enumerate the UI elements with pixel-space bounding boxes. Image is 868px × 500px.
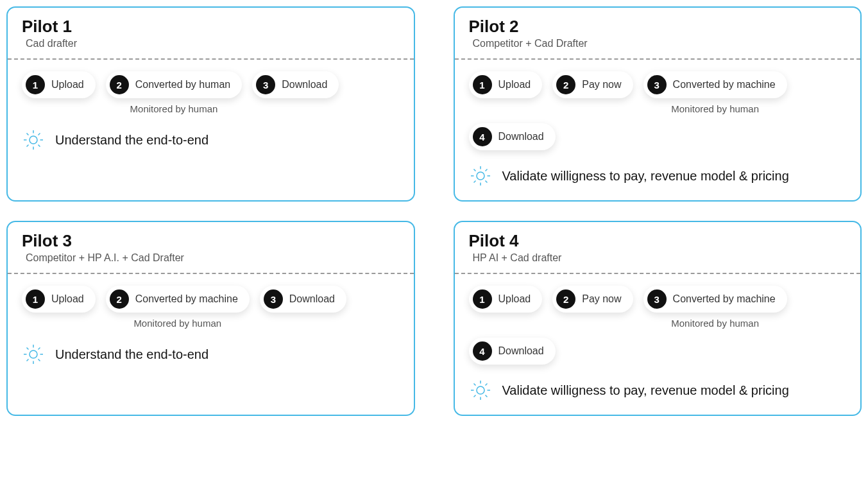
step-label: Upload	[51, 79, 84, 91]
step-pill: 3 Download	[260, 286, 346, 313]
step-number: 4	[473, 341, 492, 361]
step: 3 Converted by machine Monitored by huma…	[643, 286, 787, 329]
step-pill: 2 Converted by machine	[106, 286, 250, 313]
card-title: Pilot 2	[469, 17, 847, 37]
insight-row: Validate willigness to pay, revenue mode…	[469, 379, 847, 402]
step-pill: 1 Upload	[469, 71, 543, 98]
svg-line-8	[38, 134, 40, 135]
svg-line-16	[473, 181, 475, 183]
card-subtitle: Cad drafter	[22, 38, 400, 49]
svg-line-35	[485, 384, 487, 386]
step-pill: 2 Pay now	[552, 286, 633, 313]
steps-row: 1 Upload 2 Converted by human Monitored …	[22, 71, 400, 114]
divider	[455, 58, 861, 60]
step-note: Monitored by human	[133, 318, 221, 329]
lightbulb-icon	[22, 343, 45, 366]
step-pill: 1 Upload	[469, 286, 543, 313]
card-subtitle: HP AI + Cad drafter	[469, 252, 847, 264]
step-number: 3	[256, 75, 275, 94]
step-label: Converted by machine	[673, 79, 776, 91]
step-number: 1	[26, 289, 45, 309]
steps-row: 1 Upload 2 Pay now 3 Converted by machin…	[469, 71, 847, 150]
lightbulb-icon	[469, 164, 492, 187]
step-number: 3	[264, 289, 283, 309]
step-label: Pay now	[582, 79, 621, 91]
pilot-grid: Pilot 1 Cad drafter 1 Upload 2 Converted…	[6, 6, 862, 416]
insight-text: Understand the end-to-end	[55, 347, 208, 363]
step-number: 4	[473, 127, 492, 146]
pilot-card-4: Pilot 4 HP AI + Cad drafter 1 Upload 2 P…	[454, 221, 862, 416]
lightbulb-icon	[469, 379, 492, 402]
step: 4 Download	[469, 123, 556, 150]
step: 1 Upload	[469, 71, 543, 98]
step-pill: 3 Converted by machine	[643, 286, 787, 313]
step-pill: 3 Converted by machine	[643, 71, 787, 98]
step-label: Converted by machine	[135, 293, 238, 305]
step: 1 Upload	[22, 286, 96, 313]
svg-line-14	[473, 169, 475, 171]
step-number: 2	[110, 289, 129, 309]
divider	[455, 273, 861, 274]
step-label: Pay now	[582, 293, 621, 305]
svg-line-33	[485, 395, 487, 397]
step-number: 2	[556, 289, 575, 309]
step-number: 2	[110, 75, 129, 94]
step-pill: 3 Download	[252, 71, 339, 98]
step-label: Converted by machine	[673, 293, 776, 305]
step-note: Monitored by human	[130, 103, 218, 114]
step: 2 Converted by human Monitored by human	[106, 71, 243, 114]
card-title: Pilot 3	[22, 231, 400, 251]
insight-row: Validate willigness to pay, revenue mode…	[469, 164, 847, 187]
insight-text: Understand the end-to-end	[55, 132, 208, 148]
svg-line-25	[27, 359, 29, 361]
step-pill: 2 Converted by human	[106, 71, 243, 98]
svg-line-26	[38, 348, 40, 350]
step-label: Download	[498, 131, 544, 142]
step: 4 Download	[469, 338, 556, 365]
svg-point-27	[477, 386, 484, 394]
svg-point-0	[30, 136, 37, 144]
step-label: Download	[282, 79, 327, 91]
step-number: 1	[473, 75, 492, 94]
step: 3 Download	[260, 286, 346, 313]
step-label: Converted by human	[135, 79, 231, 91]
step: 1 Upload	[469, 286, 543, 313]
svg-line-34	[473, 395, 475, 397]
insight-text: Validate willigness to pay, revenue mode…	[502, 168, 789, 184]
card-subtitle: Competitor + HP A.I. + Cad Drafter	[22, 252, 400, 264]
svg-line-15	[485, 181, 487, 183]
svg-line-6	[38, 145, 40, 147]
step: 2 Pay now	[552, 71, 633, 98]
step-pill: 1 Upload	[22, 71, 96, 98]
step-note: Monitored by human	[671, 103, 759, 114]
insight-row: Understand the end-to-end	[22, 343, 400, 366]
pilot-card-1: Pilot 1 Cad drafter 1 Upload 2 Converted…	[6, 6, 415, 202]
step-number: 1	[473, 289, 492, 309]
step-label: Upload	[498, 79, 531, 91]
svg-line-24	[38, 359, 40, 361]
lightbulb-icon	[22, 128, 45, 151]
step: 3 Download	[252, 71, 339, 98]
pilot-card-2: Pilot 2 Competitor + Cad Drafter 1 Uploa…	[454, 6, 862, 202]
card-subtitle: Competitor + Cad Drafter	[469, 38, 847, 49]
svg-line-17	[485, 169, 487, 171]
step-label: Download	[289, 293, 335, 305]
step-note: Monitored by human	[671, 318, 759, 329]
step-number: 2	[556, 75, 575, 94]
step-number: 1	[26, 75, 45, 94]
step-pill: 2 Pay now	[552, 71, 633, 98]
step: 2 Converted by machine Monitored by huma…	[106, 286, 250, 329]
steps-row: 1 Upload 2 Pay now 3 Converted by machin…	[469, 286, 847, 365]
steps-row: 1 Upload 2 Converted by machine Monitore…	[22, 286, 400, 329]
step: 3 Converted by machine Monitored by huma…	[643, 71, 787, 114]
svg-line-23	[27, 348, 29, 350]
card-title: Pilot 4	[469, 231, 847, 251]
step-pill: 1 Upload	[22, 286, 96, 313]
step-pill: 4 Download	[469, 338, 556, 365]
step-label: Upload	[498, 293, 531, 305]
step-label: Download	[498, 345, 544, 357]
svg-line-5	[27, 134, 29, 135]
step: 1 Upload	[22, 71, 96, 98]
step-number: 3	[647, 289, 667, 309]
step-pill: 4 Download	[469, 123, 556, 150]
